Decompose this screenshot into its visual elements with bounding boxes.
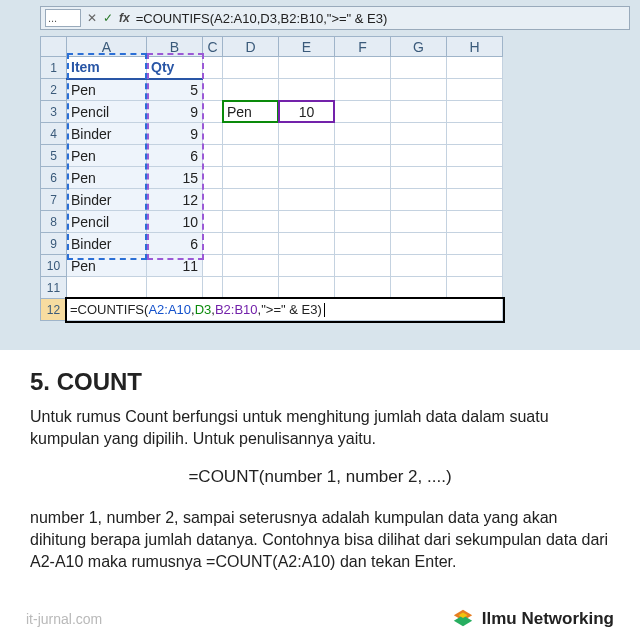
paragraph: Untuk rumus Count berfungsi untuk menghi…	[30, 406, 610, 451]
select-all-corner[interactable]	[41, 37, 67, 57]
cell[interactable]: 9	[147, 123, 203, 145]
cancel-icon[interactable]: ✕	[87, 11, 97, 25]
formula-text: ">=" & E3)	[261, 302, 322, 317]
row-header[interactable]: 9	[41, 233, 67, 255]
formula-syntax: =COUNT(number 1, number 2, ....)	[30, 465, 610, 489]
spreadsheet-grid[interactable]: A B C D E F G H 1 Item Qty 2 Pen 5 3 Pen…	[40, 36, 503, 321]
row-header[interactable]: 8	[41, 211, 67, 233]
formula-text: =COUNTIFS(	[70, 302, 148, 317]
source-label: it-jurnal.com	[26, 611, 102, 627]
row-header[interactable]: 2	[41, 79, 67, 101]
brand-logo-icon	[452, 608, 474, 630]
cell[interactable]: 10	[147, 211, 203, 233]
cell[interactable]: 9	[147, 101, 203, 123]
row-header[interactable]: 10	[41, 255, 67, 277]
cell[interactable]: Pen	[67, 145, 147, 167]
col-header[interactable]: B	[147, 37, 203, 57]
col-header[interactable]: C	[203, 37, 223, 57]
fx-icon[interactable]: fx	[119, 11, 130, 25]
enter-icon[interactable]: ✓	[103, 11, 113, 25]
article-body: 5. COUNT Untuk rumus Count berfungsi unt…	[0, 350, 640, 574]
cell-d3[interactable]: Pen	[223, 101, 279, 123]
row-header[interactable]: 7	[41, 189, 67, 211]
cell[interactable]: Qty	[147, 57, 203, 79]
cell[interactable]: 5	[147, 79, 203, 101]
cell[interactable]: Binder	[67, 123, 147, 145]
formula-input[interactable]: =COUNTIFS(A2:A10,D3,B2:B10,">=" & E3)	[136, 11, 625, 26]
row-header[interactable]: 6	[41, 167, 67, 189]
name-box[interactable]	[45, 9, 81, 27]
cell[interactable]: Binder	[67, 233, 147, 255]
section-heading: 5. COUNT	[30, 368, 610, 396]
footer: it-jurnal.com Ilmu Networking	[0, 608, 640, 630]
cell[interactable]: 12	[147, 189, 203, 211]
range-ref: A2:A10	[148, 302, 191, 317]
cell[interactable]: Pen	[67, 79, 147, 101]
cell[interactable]: Pencil	[67, 101, 147, 123]
range-ref: B2:B10	[215, 302, 258, 317]
cell[interactable]: Pen	[67, 255, 147, 277]
text-caret-icon	[324, 303, 325, 317]
row-header[interactable]: 3	[41, 101, 67, 123]
cell[interactable]: 6	[147, 145, 203, 167]
cell[interactable]: 11	[147, 255, 203, 277]
col-header[interactable]: G	[391, 37, 447, 57]
row-header[interactable]: 11	[41, 277, 67, 299]
col-header[interactable]: A	[67, 37, 147, 57]
paragraph: number 1, number 2, sampai seterusnya ad…	[30, 507, 610, 574]
brand: Ilmu Networking	[452, 608, 614, 630]
col-header[interactable]: D	[223, 37, 279, 57]
col-header[interactable]: H	[447, 37, 503, 57]
row-header[interactable]: 1	[41, 57, 67, 79]
row-header[interactable]: 12	[41, 299, 67, 321]
col-header[interactable]: F	[335, 37, 391, 57]
spreadsheet-panel: ✕ ✓ fx =COUNTIFS(A2:A10,D3,B2:B10,">=" &…	[0, 0, 640, 350]
col-header[interactable]: E	[279, 37, 335, 57]
row-header[interactable]: 4	[41, 123, 67, 145]
cell[interactable]: Pen	[67, 167, 147, 189]
cell[interactable]	[203, 57, 223, 79]
cell[interactable]	[279, 57, 335, 79]
formula-bar: ✕ ✓ fx =COUNTIFS(A2:A10,D3,B2:B10,">=" &…	[40, 6, 630, 30]
active-edit-cell[interactable]: =COUNTIFS(A2:A10,D3,B2:B10,">=" & E3)	[67, 299, 503, 321]
cell[interactable]	[335, 57, 391, 79]
range-ref: D3	[195, 302, 212, 317]
cell[interactable]	[391, 57, 447, 79]
cell[interactable]	[223, 57, 279, 79]
row-header[interactable]: 5	[41, 145, 67, 167]
cell[interactable]: Item	[67, 57, 147, 79]
cell[interactable]: 15	[147, 167, 203, 189]
cell-e3[interactable]: 10	[279, 101, 335, 123]
cell[interactable]: Pencil	[67, 211, 147, 233]
cell[interactable]: 6	[147, 233, 203, 255]
cell[interactable]: Binder	[67, 189, 147, 211]
cell[interactable]	[447, 57, 503, 79]
brand-name: Ilmu Networking	[482, 609, 614, 629]
